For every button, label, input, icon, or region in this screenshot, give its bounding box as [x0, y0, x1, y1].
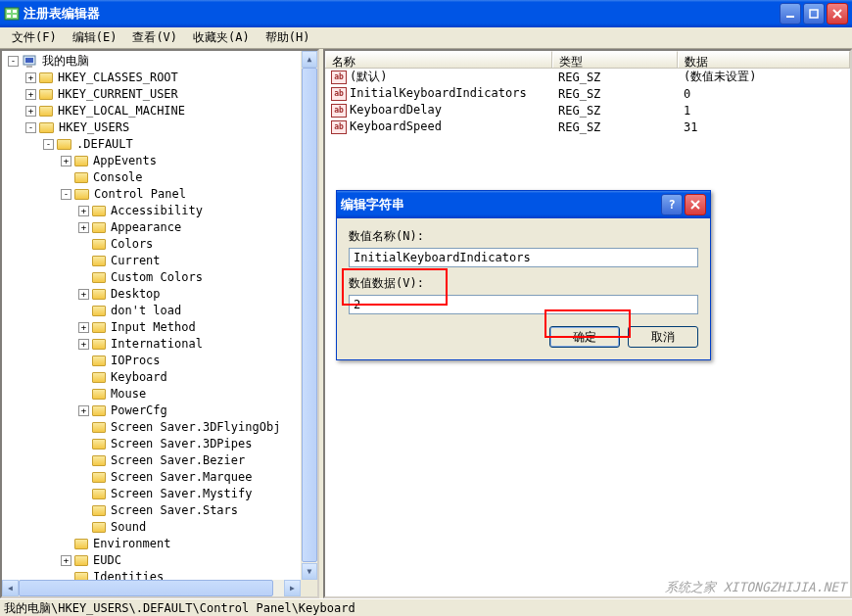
col-header-data[interactable]: 数据 [678, 51, 850, 68]
col-header-type[interactable]: 类型 [552, 51, 678, 68]
list-row[interactable]: ab(默认)REG_SZ(数值未设置) [325, 69, 850, 85]
expander-none [78, 272, 89, 283]
tree-hscroll-thumb[interactable] [19, 580, 273, 596]
tree-node[interactable]: Console [4, 169, 315, 186]
list-row[interactable]: abKeyboardDelayREG_SZ1 [325, 102, 850, 118]
svg-rect-3 [7, 15, 11, 18]
tree-node[interactable]: +Input Method [4, 319, 315, 336]
maximize-button[interactable] [803, 3, 825, 24]
tree-node[interactable]: Screen Saver.Marquee [4, 469, 315, 486]
tree-node[interactable]: +Accessibility [4, 203, 315, 219]
expand-icon[interactable]: + [61, 555, 71, 566]
tree-node[interactable]: +HKEY_CURRENT_USER [4, 86, 315, 103]
tree-node[interactable]: -Control Panel [4, 186, 315, 203]
tree-vscroll-thumb[interactable] [302, 68, 317, 562]
tree-node[interactable]: +International [4, 336, 315, 353]
collapse-icon[interactable]: - [43, 139, 54, 150]
tree-node[interactable]: Current [4, 253, 315, 269]
tree-label: Input Method [109, 319, 198, 336]
tree-node[interactable]: don't load [4, 303, 315, 319]
cell-name: abKeyboardSpeed [325, 119, 552, 134]
tree-vscrollbar[interactable]: ▲ ▼ [301, 51, 317, 580]
tree-node[interactable]: Environment [4, 536, 315, 552]
expand-icon[interactable]: + [78, 289, 89, 300]
tree-node[interactable]: +AppEvents [4, 153, 315, 169]
minimize-button[interactable] [780, 3, 801, 24]
tree-label: EUDC [91, 552, 123, 569]
svg-rect-6 [810, 10, 818, 18]
menu-edit[interactable]: 编辑(E) [65, 27, 125, 48]
dialog-help-button[interactable]: ? [661, 194, 683, 215]
menu-favorites[interactable]: 收藏夹(A) [185, 27, 258, 48]
tree-node[interactable]: Sound [4, 519, 315, 536]
tree-hscrollbar[interactable]: ◀ ▶ [2, 580, 301, 596]
cell-type: REG_SZ [552, 120, 678, 134]
tree-node[interactable]: Screen Saver.Bezier [4, 452, 315, 469]
tree-label: Control Panel [92, 186, 188, 203]
tree-node[interactable]: Screen Saver.3DFlyingObj [4, 419, 315, 436]
scroll-left-icon[interactable]: ◀ [2, 580, 19, 596]
tree-label: Mouse [109, 386, 148, 403]
tree-node[interactable]: +HKEY_LOCAL_MACHINE [4, 103, 315, 119]
expand-icon[interactable]: + [25, 72, 36, 83]
tree-label: HKEY_LOCAL_MACHINE [56, 103, 187, 119]
tree-node[interactable]: Screen Saver.Stars [4, 502, 315, 519]
tree-label: Console [91, 169, 145, 186]
cell-name: abKeyboardDelay [325, 103, 552, 118]
cancel-button[interactable]: 取消 [628, 326, 698, 348]
collapse-icon[interactable]: - [25, 122, 36, 133]
tree-node[interactable]: Screen Saver.Mystify [4, 486, 315, 502]
tree-label: Appearance [109, 219, 183, 236]
expand-icon[interactable]: + [78, 405, 89, 416]
collapse-icon[interactable]: - [8, 56, 19, 67]
close-button[interactable] [827, 3, 848, 24]
scroll-right-icon[interactable]: ▶ [284, 580, 301, 596]
folder-open-icon [74, 189, 89, 200]
tree-label: IOProcs [109, 353, 163, 369]
cell-type: REG_SZ [552, 71, 678, 84]
svg-rect-1 [7, 10, 11, 13]
tree-node[interactable]: Screen Saver.3DPipes [4, 436, 315, 452]
svg-rect-2 [13, 10, 17, 13]
tree-node[interactable]: -我的电脑 [4, 53, 315, 70]
tree-node[interactable]: -.DEFAULT [4, 136, 315, 153]
folder-closed-icon [92, 322, 106, 333]
value-name-input[interactable] [349, 248, 698, 267]
expander-none [78, 489, 89, 499]
scroll-up-icon[interactable]: ▲ [302, 51, 317, 68]
tree-node[interactable]: -HKEY_USERS [4, 119, 315, 136]
list-row[interactable]: abInitialKeyboardIndicatorsREG_SZ0 [325, 85, 850, 102]
expand-icon[interactable]: + [78, 206, 89, 216]
tree-node[interactable]: Custom Colors [4, 269, 315, 286]
tree-node[interactable]: Mouse [4, 386, 315, 403]
expand-icon[interactable]: + [25, 106, 36, 117]
menu-view[interactable]: 查看(V) [124, 27, 185, 48]
folder-closed-icon [74, 555, 88, 566]
dialog-close-button[interactable] [685, 194, 706, 215]
expand-icon[interactable]: + [78, 322, 89, 333]
menu-file[interactable]: 文件(F) [4, 27, 65, 48]
ok-button[interactable]: 确定 [549, 326, 620, 348]
tree-label: HKEY_CURRENT_USER [56, 86, 180, 103]
tree-node[interactable]: Colors [4, 236, 315, 253]
value-data-input[interactable] [349, 295, 698, 314]
expand-icon[interactable]: + [78, 339, 89, 350]
expand-icon[interactable]: + [25, 89, 36, 100]
tree-label: Custom Colors [109, 269, 205, 286]
tree-node[interactable]: +Desktop [4, 286, 315, 303]
list-row[interactable]: abKeyboardSpeedREG_SZ31 [325, 118, 850, 135]
expand-icon[interactable]: + [61, 156, 71, 166]
tree-node[interactable]: Keyboard [4, 369, 315, 386]
scroll-down-icon[interactable]: ▼ [302, 563, 317, 580]
tree-node[interactable]: +EUDC [4, 552, 315, 569]
folder-closed-icon [92, 472, 106, 483]
col-header-name[interactable]: 名称 [325, 51, 552, 68]
expand-icon[interactable]: + [78, 222, 89, 233]
menu-help[interactable]: 帮助(H) [258, 27, 318, 48]
tree-node[interactable]: +Appearance [4, 219, 315, 236]
collapse-icon[interactable]: - [61, 189, 71, 200]
tree-node[interactable]: +HKEY_CLASSES_ROOT [4, 70, 315, 86]
tree-node[interactable]: +PowerCfg [4, 403, 315, 419]
tree-node[interactable]: IOProcs [4, 353, 315, 369]
folder-closed-icon [92, 522, 106, 533]
